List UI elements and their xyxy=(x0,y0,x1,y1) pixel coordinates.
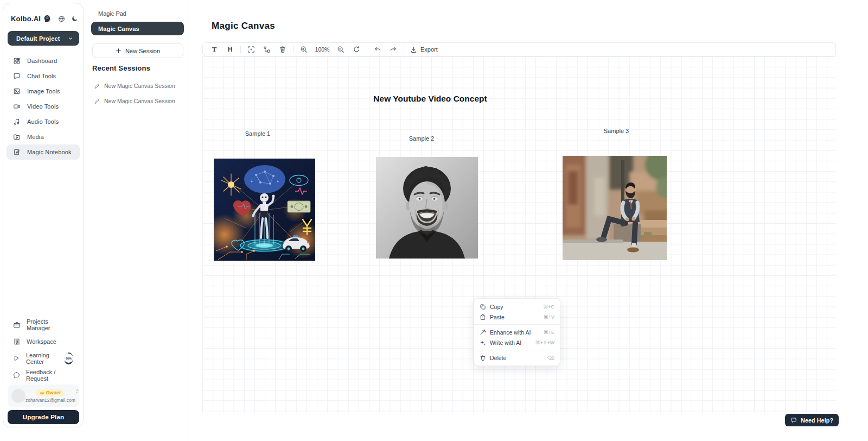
sidebar-item-dashboard[interactable]: Dashboard xyxy=(7,53,80,68)
sidebar-item-workspace[interactable]: Workspace xyxy=(7,333,80,350)
canvas-image-ai-collage[interactable] xyxy=(214,159,315,261)
nav-label: Audio Tools xyxy=(27,118,59,125)
project-selector[interactable]: Default Project xyxy=(8,31,79,46)
left-sidebar: Kolbo.AI Default Project Dashboard Chat … xyxy=(3,3,84,427)
sidebar-item-learning-center[interactable]: Learning Center 66% xyxy=(7,350,80,367)
upgrade-plan-button[interactable]: Upgrade Plan xyxy=(8,410,79,424)
plus-icon xyxy=(116,48,122,54)
recent-sessions-heading: Recent Sessions xyxy=(92,64,150,72)
nav-label: Chat Tools xyxy=(27,73,56,79)
context-menu-label: Paste xyxy=(490,314,505,320)
export-button[interactable]: Export xyxy=(409,46,439,53)
nav-label: Media xyxy=(27,134,44,140)
context-menu-label: Enhance with AI xyxy=(490,329,531,336)
trash-icon xyxy=(279,46,286,53)
new-session-button[interactable]: New Session xyxy=(92,43,183,58)
context-menu-divider xyxy=(474,324,560,325)
sidebar-item-video-tools[interactable]: Video Tools xyxy=(7,99,80,114)
redo-icon xyxy=(390,46,397,53)
avatar xyxy=(11,389,25,403)
download-icon xyxy=(410,46,417,53)
sample-1-label[interactable]: Sample 1 xyxy=(245,130,270,137)
building-icon xyxy=(13,338,21,345)
shortcut-hint: ⌘+C xyxy=(543,304,554,310)
zoom-level-display[interactable]: 100% xyxy=(314,46,330,53)
session-item[interactable]: New Magic Canvas Session xyxy=(92,96,183,106)
help-chat-icon xyxy=(790,417,797,424)
need-help-button[interactable]: Need Help? xyxy=(785,414,839,426)
shortcut-hint: ⌫ xyxy=(547,355,554,361)
context-menu-item-paste[interactable]: Paste ⌘+V xyxy=(474,312,560,322)
sidebar-nav: Dashboard Chat Tools Image Tools Video T… xyxy=(7,53,80,160)
session-item-label: New Magic Canvas Session xyxy=(104,83,175,89)
trash-icon xyxy=(480,355,486,361)
logo-row: Kolbo.AI xyxy=(11,13,78,24)
upgrade-plan-label: Upgrade Plan xyxy=(23,414,65,420)
session-item[interactable]: New Magic Canvas Session xyxy=(92,80,183,91)
ai-select-button[interactable] xyxy=(246,44,257,55)
undo-button[interactable] xyxy=(372,44,383,55)
page-title: Magic Canvas xyxy=(212,21,275,32)
new-session-label: New Session xyxy=(125,48,160,54)
sidebar-item-magic-notebook[interactable]: Magic Notebook xyxy=(7,144,80,160)
session-item-label: New Magic Canvas Session xyxy=(104,98,175,104)
project-selector-label: Default Project xyxy=(16,35,60,42)
canvas-grid[interactable]: New Youtube Video Concept Sample 1 Sampl… xyxy=(202,56,836,413)
pencil-icon xyxy=(94,83,100,89)
shortcut-hint: ⌘+V xyxy=(544,314,554,320)
session-panel: Magic Pad Magic Canvas New Session Recen… xyxy=(84,0,188,441)
sidebar-item-media[interactable]: Media xyxy=(7,129,80,144)
context-menu-label: Write with AI xyxy=(490,339,521,346)
language-globe-icon[interactable] xyxy=(58,15,65,22)
context-menu-item-enhance-with-ai[interactable]: Enhance with AI ⌘+E xyxy=(474,327,560,337)
sidebar-item-audio-tools[interactable]: Audio Tools xyxy=(7,114,80,129)
toolbar-divider xyxy=(240,46,241,53)
dark-mode-moon-icon[interactable] xyxy=(72,15,78,22)
toolbar-divider xyxy=(404,46,404,53)
reset-view-button[interactable] xyxy=(351,44,362,55)
sparkles-icon xyxy=(480,339,486,346)
toolbar-divider xyxy=(367,46,367,53)
sidebar-footer-nav: Projects Manager Workspace Learning Cent… xyxy=(7,316,80,383)
text-tool-glyph: T xyxy=(212,45,217,54)
owner-badge: Owner xyxy=(36,389,65,396)
delete-tool-button[interactable] xyxy=(277,44,288,55)
canvas-title-text[interactable]: New Youtube Video Concept xyxy=(373,94,487,104)
shortcut-hint: ⌘+E xyxy=(544,330,554,335)
tab-magic-pad[interactable]: Magic Pad xyxy=(91,7,182,21)
nav-label: Workspace xyxy=(27,338,56,345)
learning-progress-ring: 66% xyxy=(64,352,73,364)
canvas-image-ruins[interactable] xyxy=(563,156,667,260)
learning-progress-value: 66% xyxy=(64,354,73,363)
nav-label: Learning Center xyxy=(26,352,59,365)
redo-button[interactable] xyxy=(388,44,399,55)
sample-3-label[interactable]: Sample 3 xyxy=(604,128,629,134)
owner-badge-label: Owner xyxy=(46,390,61,395)
zoom-out-button[interactable] xyxy=(335,44,346,55)
tab-magic-canvas[interactable]: Magic Canvas xyxy=(91,22,184,35)
user-account-card[interactable]: Owner zoharvan12@gmail.com xyxy=(8,385,79,407)
sidebar-item-chat-tools[interactable]: Chat Tools xyxy=(7,68,80,84)
scan-select-icon xyxy=(247,46,255,53)
canvas-image-portrait[interactable] xyxy=(376,157,478,259)
notebook-icon xyxy=(13,148,21,156)
context-menu-item-copy[interactable]: Copy ⌘+C xyxy=(474,301,560,312)
context-menu-label: Copy xyxy=(490,304,503,310)
sidebar-item-projects-manager[interactable]: Projects Manager xyxy=(7,316,80,333)
nav-label: Video Tools xyxy=(27,103,59,110)
zoom-in-button[interactable] xyxy=(298,44,309,55)
nav-label: Feedback / Request xyxy=(26,369,73,382)
heading-tool-button[interactable]: H xyxy=(225,44,235,55)
pencil-icon xyxy=(94,98,100,104)
sidebar-item-image-tools[interactable]: Image Tools xyxy=(7,84,80,99)
connector-flow-button[interactable] xyxy=(261,44,272,55)
tab-label: Magic Pad xyxy=(98,10,126,17)
sample-2-label[interactable]: Sample 2 xyxy=(409,135,434,142)
context-menu-item-write-with-ai[interactable]: Write with AI ⌘+⇧+W xyxy=(474,337,560,348)
chat-icon xyxy=(13,72,21,80)
context-menu-item-delete[interactable]: Delete ⌫ xyxy=(474,352,560,363)
text-tool-button[interactable]: T xyxy=(209,44,220,55)
dashboard-icon xyxy=(13,57,21,65)
brand-logo: Kolbo.AI xyxy=(11,15,41,23)
sidebar-item-feedback-request[interactable]: Feedback / Request xyxy=(7,367,80,383)
